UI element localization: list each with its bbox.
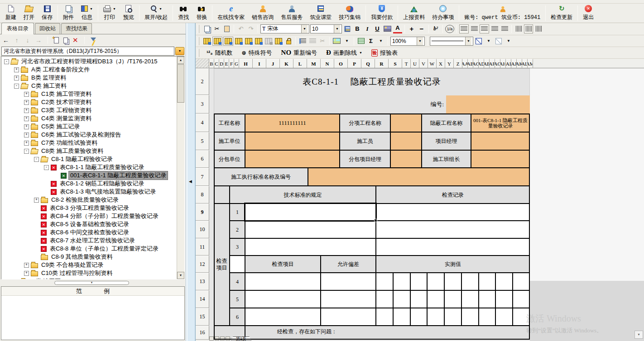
column-header-T[interactable]: T bbox=[402, 59, 411, 68]
column-header-AK[interactable]: AK bbox=[517, 59, 522, 68]
copy-form-icon[interactable] bbox=[63, 38, 68, 43]
align-center-icon[interactable] bbox=[480, 24, 489, 33]
measured-value-cell[interactable] bbox=[393, 308, 410, 326]
row-header-6[interactable]: 6 bbox=[196, 150, 209, 168]
expand-toggle-icon[interactable]: + bbox=[14, 76, 19, 81]
measured-value-cell[interactable] bbox=[427, 290, 444, 308]
tree-item[interactable]: +C3类 工程物资资料 bbox=[1, 106, 176, 114]
subitem-label-cell[interactable]: 分项工程名称 bbox=[340, 114, 390, 132]
font-select[interactable]: T 宋体 ▼ bbox=[260, 24, 309, 33]
check-record-cell[interactable] bbox=[376, 204, 530, 221]
dropdown-arrow-icon[interactable]: ▼ bbox=[334, 25, 340, 33]
tree-item[interactable]: ✕表C8-4 分部（子分部）工程质量验收记录 bbox=[1, 212, 176, 220]
row-header-12[interactable]: 12 bbox=[196, 256, 209, 273]
subitem-value-cell[interactable] bbox=[390, 114, 422, 132]
column-header-K[interactable]: K bbox=[280, 59, 293, 68]
clear-format-icon[interactable]: ✂ bbox=[318, 37, 327, 46]
sheet-canvas[interactable]: 表C8-1-1 隐蔽工程质量验收记录 编号: 工程名称 1111111111 分… bbox=[209, 68, 644, 341]
measured-value-cell[interactable] bbox=[513, 273, 530, 290]
tree-item[interactable]: ✕表C8-1-3 电气接地装置隐蔽验收记录 bbox=[1, 188, 176, 196]
tab-search-results[interactable]: 查找结果 bbox=[61, 23, 92, 34]
column-header-AJ[interactable]: AJ bbox=[511, 59, 517, 68]
classroom-button[interactable]: 筑业课堂 bbox=[306, 4, 335, 23]
tech-standard-input-cell[interactable] bbox=[245, 238, 376, 256]
toolbar-grip[interactable] bbox=[198, 37, 199, 45]
column-header-AA[interactable]: AA bbox=[462, 59, 468, 68]
autosum-icon[interactable]: Σ bbox=[366, 37, 375, 46]
expand-collapse-button[interactable]: ▼展开/收起 bbox=[141, 4, 171, 23]
add-form-icon[interactable] bbox=[54, 37, 59, 43]
tree-item[interactable]: +C9类 不合格项处置记录 bbox=[1, 261, 176, 269]
column-header-F[interactable]: F bbox=[229, 59, 234, 68]
payment-button[interactable]: ¥我要付款 bbox=[367, 4, 396, 23]
column-header-G[interactable]: G bbox=[234, 59, 239, 68]
dropdown-arrow-icon[interactable]: ▼ bbox=[465, 37, 471, 45]
increase-size-button[interactable]: + bbox=[407, 24, 416, 33]
expand-toggle-icon[interactable]: + bbox=[24, 133, 29, 137]
tree-item[interactable]: -C8类 施工质量验收资料 bbox=[1, 147, 176, 155]
tolerance-cell[interactable] bbox=[321, 273, 376, 290]
new-button[interactable]: 新建 bbox=[2, 4, 20, 23]
exit-button[interactable]: ✕退出 bbox=[579, 4, 597, 23]
column-header-P[interactable]: P bbox=[348, 59, 361, 68]
measured-value-cell[interactable] bbox=[479, 290, 495, 308]
column-header-AF[interactable]: AF bbox=[490, 59, 495, 68]
expand-toggle-icon[interactable]: + bbox=[24, 116, 29, 121]
measured-value-cell[interactable] bbox=[410, 273, 427, 290]
expand-toggle-icon[interactable]: + bbox=[24, 100, 29, 105]
measured-header-cell[interactable]: 实测值 bbox=[376, 256, 530, 273]
dropdown-arrow-icon[interactable]: ▼ bbox=[417, 37, 423, 45]
table-borders-icon[interactable] bbox=[274, 37, 283, 46]
tree-item[interactable]: +A类 工程准备阶段文件 bbox=[1, 66, 176, 74]
insert-col-left-icon[interactable] bbox=[202, 37, 211, 46]
measured-value-cell[interactable] bbox=[427, 273, 444, 290]
tree-item[interactable]: +C4类 测量监测资料 bbox=[1, 114, 176, 123]
row-header-11[interactable]: 11 bbox=[196, 238, 209, 256]
tree-item[interactable]: +C5类 施工记录 bbox=[1, 123, 176, 131]
row-header-8[interactable]: 8 bbox=[196, 186, 209, 204]
tree-item[interactable]: -✕表C8-1-1 隐蔽工程质量验收记录 bbox=[1, 163, 176, 171]
insert-image-icon[interactable] bbox=[332, 37, 341, 46]
row-spacing-increase-icon[interactable] bbox=[298, 37, 307, 46]
column-header-AB[interactable]: AB bbox=[468, 59, 473, 68]
toolbar-grip[interactable] bbox=[198, 25, 199, 33]
column-header-AC[interactable]: AC bbox=[473, 59, 479, 68]
tree-item[interactable]: ✕表C8-6 中间交接检查验收记录 bbox=[1, 228, 176, 237]
tree-splitter-handle[interactable]: ▼ bbox=[54, 281, 129, 285]
measured-value-cell[interactable] bbox=[410, 308, 427, 326]
measured-value-cell[interactable] bbox=[461, 308, 479, 326]
sub-pm-label-cell[interactable]: 分包项目经理 bbox=[340, 150, 390, 168]
row-header-16[interactable]: 16 bbox=[196, 326, 209, 340]
tree-item[interactable]: +C6类 施工试验记录及检测报告 bbox=[1, 131, 176, 139]
insert-row-above-icon[interactable] bbox=[212, 37, 222, 46]
sales-consult-button[interactable]: 销售咨询 bbox=[248, 4, 277, 23]
expand-toggle-icon[interactable]: + bbox=[24, 263, 29, 268]
foreman-label-cell[interactable]: 施工班组长 bbox=[422, 150, 471, 168]
dropdown-arrow-icon[interactable]: ▼ bbox=[359, 51, 362, 54]
tree-item[interactable]: +C1类 施工管理资料 bbox=[1, 90, 176, 98]
measured-value-cell[interactable] bbox=[444, 273, 461, 290]
column-header-M[interactable]: M bbox=[307, 59, 321, 68]
column-header-AD[interactable]: AD bbox=[479, 59, 484, 68]
replace-button[interactable]: 替换 bbox=[192, 4, 211, 23]
align-justify-icon[interactable] bbox=[500, 24, 509, 33]
sheet-scroll-down-icon[interactable]: ▼ bbox=[634, 331, 643, 339]
sum-dropdown-icon[interactable]: ▼ bbox=[376, 37, 385, 46]
measured-value-cell[interactable] bbox=[479, 273, 495, 290]
tree-item[interactable]: +C8-2 检验批质量验收记录 bbox=[1, 196, 176, 204]
tree-item[interactable]: ✕表C8-3 分项工程质量验收记录 bbox=[1, 204, 176, 212]
align-indent-icon[interactable] bbox=[459, 24, 469, 33]
catalog-select-arrow[interactable]: ▼ bbox=[175, 47, 184, 55]
info-button[interactable]: ▼信息 bbox=[77, 4, 96, 23]
row-header-15[interactable]: 15 bbox=[196, 308, 209, 326]
tab-recycle-bin[interactable]: 回收站 bbox=[35, 23, 60, 34]
column-header-AG[interactable]: AG bbox=[495, 59, 500, 68]
measured-value-cell[interactable] bbox=[495, 290, 513, 308]
select-all-corner[interactable] bbox=[196, 59, 209, 68]
check-row-number-cell[interactable]: 1 bbox=[230, 204, 245, 221]
check-record-header-cell[interactable]: 检查记录 bbox=[376, 186, 530, 204]
fraction-button[interactable]: 1/a bbox=[445, 25, 454, 33]
renumber-button[interactable]: NO重新编号 bbox=[277, 49, 322, 57]
column-header-AI[interactable]: AI bbox=[506, 59, 511, 68]
tree-item[interactable]: -C8-1 隐蔽工程验收记录 bbox=[1, 155, 176, 163]
